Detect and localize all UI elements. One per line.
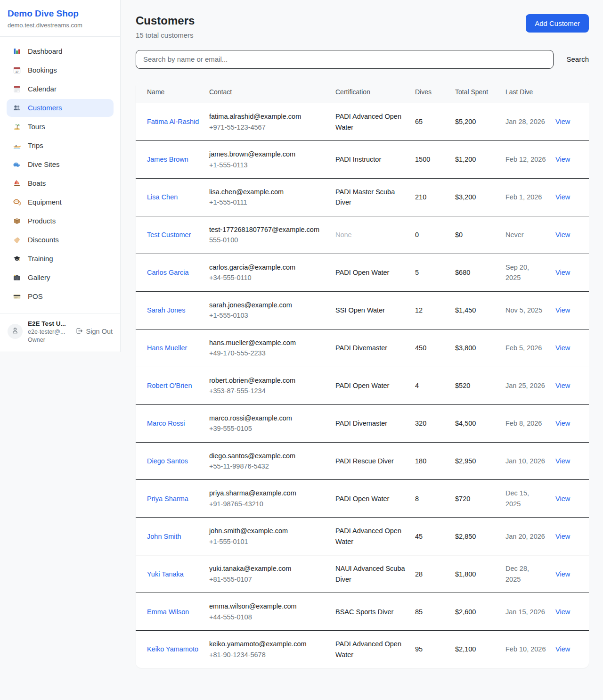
sidebar-item-products[interactable]: Products [7,212,114,230]
customer-total-spent: $1,450 [450,291,501,329]
customer-last-dive: Feb 8, 2026 [501,404,551,442]
customer-email: sarah.jones@example.com [209,300,326,310]
customer-email: marco.rossi@example.com [209,413,326,423]
sidebar-item-label: Gallery [28,273,50,281]
customer-dives: 0 [410,216,450,254]
view-customer-link[interactable]: View [555,156,570,163]
column-header-total-spent: Total Spent [450,81,501,103]
view-customer-link[interactable]: View [555,344,570,352]
svg-text:17: 17 [16,69,19,73]
customer-name-link[interactable]: Lisa Chen [147,193,178,201]
customer-name-link[interactable]: Yuki Tanaka [147,570,184,578]
customer-row-diego-santos: Diego Santosdiego.santos@example.com+55-… [136,442,589,480]
customer-row-yuki-tanaka: Yuki Tanakayuki.tanaka@example.com+81-55… [136,555,589,593]
customer-email: fatima.alrashid@example.com [209,111,326,122]
sidebar-item-dashboard[interactable]: Dashboard [7,42,114,60]
customer-certification: PADI Advanced Open Water [331,103,410,141]
customer-certification: PADI Open Water [331,367,410,404]
customer-name-link[interactable]: Hans Mueller [147,344,187,352]
view-customer-link[interactable]: View [555,306,570,314]
sidebar-item-gallery[interactable]: Gallery [7,269,114,287]
search-input[interactable] [136,50,554,69]
sidebar-item-label: Training [28,255,53,263]
user-role: Owner [28,337,70,343]
customer-phone: +971-55-123-4567 [209,122,326,132]
sidebar-item-tours[interactable]: Tours [7,118,114,136]
view-customer-link[interactable]: View [555,608,570,616]
customer-dives: 12 [410,291,450,329]
credit-card-icon [12,292,22,301]
customer-phone: +39-555-0105 [209,423,326,434]
view-customer-link[interactable]: View [555,269,570,276]
view-customer-link[interactable]: View [555,193,570,201]
customer-email: robert.obrien@example.com [209,375,326,386]
sidebar-item-trips[interactable]: Trips [7,137,114,155]
user-email: e2e-tester@... [28,329,70,335]
customer-email: james.brown@example.com [209,149,326,159]
view-customer-link[interactable]: View [555,118,570,125]
sidebar-item-equipment[interactable]: Equipment [7,193,114,211]
sidebar-item-customers[interactable]: Customers [7,99,114,117]
customer-name-link[interactable]: Robert O'Brien [147,382,192,389]
customer-row-sarah-jones: Sarah Jonessarah.jones@example.com+1-555… [136,291,589,329]
customer-certification: PADI Open Water [331,480,410,518]
customer-name-link[interactable]: Carlos Garcia [147,269,189,276]
customer-last-dive: Never [501,216,551,254]
view-customer-link[interactable]: View [555,570,570,578]
customer-name-link[interactable]: Fatima Al-Rashid [147,118,199,125]
customer-last-dive: Nov 5, 2025 [501,291,551,329]
sidebar-item-pos[interactable]: POS [7,288,114,305]
customer-email: hans.mueller@example.com [209,338,326,348]
customer-contact-cell: marco.rossi@example.com+39-555-0105 [204,404,331,442]
customer-dives: 4 [410,367,450,404]
customer-email: carlos.garcia@example.com [209,262,326,272]
customer-total-spent: $2,850 [450,518,501,555]
customer-total-spent: $680 [450,254,501,291]
add-customer-button[interactable]: Add Customer [526,14,589,33]
sidebar-item-boats[interactable]: Boats [7,174,114,192]
view-customer-link[interactable]: View [555,457,570,465]
customer-last-dive: Jan 25, 2026 [501,367,551,404]
view-customer-link[interactable]: View [555,495,570,502]
customer-row-james-brown: James Brownjames.brown@example.com+1-555… [136,141,589,179]
avatar [8,324,23,339]
customer-row-john-smith: John Smithjohn.smith@example.com+1-555-0… [136,518,589,555]
view-customer-link[interactable]: View [555,420,570,427]
customer-dives: 8 [410,480,450,518]
table-header: NameContactCertificationDivesTotal Spent… [136,81,589,103]
calendar-icon [12,85,22,93]
page-header: Customers 15 total customers Add Custome… [136,14,589,39]
sidebar-item-label: Discounts [28,236,59,244]
column-header-contact: Contact [204,81,331,103]
view-customer-link[interactable]: View [555,382,570,389]
customer-name-link[interactable]: Emma Wilson [147,608,189,616]
customer-name-link[interactable]: Marco Rossi [147,420,185,427]
user-icon [11,326,19,337]
view-customer-link[interactable]: View [555,533,570,540]
customer-name-link[interactable]: Keiko Yamamoto [147,645,198,653]
column-header-dives: Dives [410,81,450,103]
customer-name-link[interactable]: Sarah Jones [147,306,185,314]
customer-name-link[interactable]: John Smith [147,533,181,540]
sidebar-item-label: Boats [28,179,46,187]
page-title: Customers [136,14,195,28]
view-customer-link[interactable]: View [555,645,570,653]
customer-dives: 85 [410,593,450,631]
view-customer-link[interactable]: View [555,231,570,239]
customer-name-link[interactable]: Test Customer [147,231,191,239]
customer-name-link[interactable]: James Brown [147,156,188,163]
customer-name-link[interactable]: Priya Sharma [147,495,188,502]
customer-last-dive: Sep 20, 2025 [501,254,551,291]
customer-name-link[interactable]: Diego Santos [147,457,188,465]
customers-table-card: NameContactCertificationDivesTotal Spent… [136,81,589,668]
sign-out-button[interactable]: Sign Out [75,327,113,336]
customer-contact-cell: sarah.jones@example.com+1-555-0103 [204,291,331,329]
customer-phone: +91-98765-43210 [209,499,326,509]
sidebar-item-dive-sites[interactable]: Dive Sites [7,156,114,173]
sidebar-item-discounts[interactable]: Discounts [7,231,114,249]
sidebar-item-label: Products [28,217,56,225]
sidebar-item-calendar[interactable]: Calendar [7,80,114,98]
sidebar-item-bookings[interactable]: 17Bookings [7,61,114,79]
search-button[interactable]: Search [566,55,589,63]
sidebar-item-training[interactable]: Training [7,250,114,268]
